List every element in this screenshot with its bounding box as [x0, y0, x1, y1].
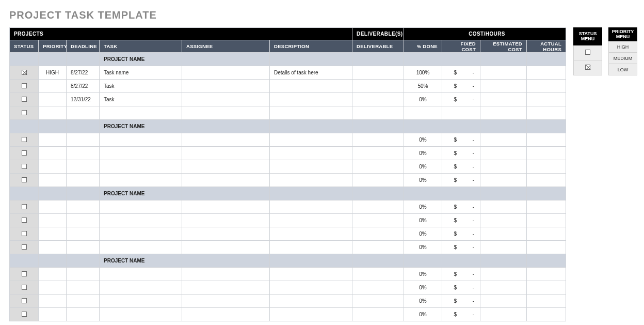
status-cell[interactable]	[10, 93, 39, 106]
status-checkbox[interactable]	[22, 177, 27, 182]
fixedcost-cell[interactable]: $-	[442, 160, 480, 174]
priority-menu-item[interactable]: HIGH	[609, 41, 637, 53]
status-checkbox[interactable]	[22, 218, 27, 223]
deadline-cell[interactable]	[67, 268, 100, 281]
task-cell[interactable]	[100, 281, 182, 295]
pctdone-cell[interactable]: 0%	[404, 214, 442, 227]
description-cell[interactable]	[270, 160, 352, 174]
project-name-cell[interactable]: PROJECT NAME	[100, 120, 182, 133]
actualhours-cell[interactable]	[527, 80, 566, 93]
assignee-cell[interactable]	[182, 241, 270, 254]
assignee-cell[interactable]	[182, 295, 270, 308]
priority-cell[interactable]	[39, 147, 67, 160]
priority-cell[interactable]	[39, 268, 67, 281]
deliverable-cell[interactable]	[352, 214, 404, 227]
pctdone-cell[interactable]: 0%	[404, 308, 442, 321]
actualhours-cell[interactable]	[527, 308, 566, 321]
status-cell[interactable]	[10, 268, 39, 281]
priority-cell[interactable]: HIGH	[39, 66, 67, 80]
estcost-cell[interactable]	[480, 214, 527, 227]
description-cell[interactable]	[270, 200, 352, 214]
priority-menu-item[interactable]: LOW	[609, 64, 637, 75]
actualhours-cell[interactable]	[527, 133, 566, 147]
actualhours-cell[interactable]	[527, 227, 566, 241]
status-cell[interactable]	[10, 147, 39, 160]
assignee-cell[interactable]	[182, 66, 270, 80]
assignee-cell[interactable]	[182, 200, 270, 214]
project-name-cell[interactable]: PROJECT NAME	[100, 254, 182, 268]
deliverable-cell[interactable]	[352, 160, 404, 174]
assignee-cell[interactable]	[182, 80, 270, 93]
task-cell[interactable]	[100, 241, 182, 254]
deliverable-cell[interactable]	[352, 106, 404, 120]
estcost-cell[interactable]	[480, 281, 527, 295]
task-cell[interactable]	[100, 214, 182, 227]
task-cell[interactable]	[100, 268, 182, 281]
assignee-cell[interactable]	[182, 174, 270, 187]
description-cell[interactable]	[270, 281, 352, 295]
estcost-cell[interactable]	[480, 160, 527, 174]
priority-cell[interactable]	[39, 80, 67, 93]
fixedcost-cell[interactable]: $-	[442, 308, 480, 321]
actualhours-cell[interactable]	[527, 147, 566, 160]
fixedcost-cell[interactable]: $-	[442, 241, 480, 254]
pctdone-cell[interactable]: 0%	[404, 295, 442, 308]
actualhours-cell[interactable]	[527, 214, 566, 227]
estcost-cell[interactable]	[480, 268, 527, 281]
assignee-cell[interactable]	[182, 133, 270, 147]
status-checkbox[interactable]	[22, 231, 27, 236]
status-cell[interactable]	[10, 241, 39, 254]
deadline-cell[interactable]: 8/27/22	[67, 66, 100, 80]
task-cell[interactable]	[100, 133, 182, 147]
fixedcost-cell[interactable]: $-	[442, 147, 480, 160]
fixedcost-cell[interactable]: $-	[442, 281, 480, 295]
actualhours-cell[interactable]	[527, 66, 566, 80]
estcost-cell[interactable]	[480, 80, 527, 93]
estcost-cell[interactable]	[480, 66, 527, 80]
project-name-cell[interactable]: PROJECT NAME	[100, 53, 182, 66]
deliverable-cell[interactable]	[352, 174, 404, 187]
actualhours-cell[interactable]	[527, 241, 566, 254]
description-cell[interactable]	[270, 106, 352, 120]
priority-cell[interactable]	[39, 160, 67, 174]
fixedcost-cell[interactable]: $-	[442, 174, 480, 187]
deadline-cell[interactable]	[67, 241, 100, 254]
estcost-cell[interactable]	[480, 227, 527, 241]
status-cell[interactable]	[10, 308, 39, 321]
status-checkbox[interactable]	[22, 298, 27, 303]
status-checkbox[interactable]	[585, 65, 590, 70]
status-cell[interactable]	[10, 227, 39, 241]
status-checkbox[interactable]	[22, 164, 27, 169]
task-cell[interactable]	[100, 106, 182, 120]
deliverable-cell[interactable]	[352, 133, 404, 147]
status-checkbox[interactable]	[22, 271, 27, 276]
status-cell[interactable]	[10, 295, 39, 308]
description-cell[interactable]	[270, 93, 352, 106]
task-cell[interactable]	[100, 200, 182, 214]
pctdone-cell[interactable]: 100%	[404, 66, 442, 80]
priority-menu-item[interactable]: MEDIUM	[609, 53, 637, 64]
fixedcost-cell[interactable]: $-	[442, 214, 480, 227]
status-cell[interactable]	[10, 174, 39, 187]
status-checkbox[interactable]	[22, 137, 27, 142]
deliverable-cell[interactable]	[352, 80, 404, 93]
description-cell[interactable]	[270, 174, 352, 187]
priority-cell[interactable]	[39, 133, 67, 147]
pctdone-cell[interactable]: 0%	[404, 93, 442, 106]
pctdone-cell[interactable]: 0%	[404, 241, 442, 254]
deadline-cell[interactable]	[67, 281, 100, 295]
estcost-cell[interactable]	[480, 174, 527, 187]
deadline-cell[interactable]: 12/31/22	[67, 93, 100, 106]
estcost-cell[interactable]	[480, 133, 527, 147]
deadline-cell[interactable]	[67, 200, 100, 214]
status-checkbox[interactable]	[22, 110, 27, 115]
priority-cell[interactable]	[39, 93, 67, 106]
status-cell[interactable]	[10, 160, 39, 174]
deadline-cell[interactable]: 8/27/22	[67, 80, 100, 93]
status-checkbox[interactable]	[585, 50, 590, 55]
deliverable-cell[interactable]	[352, 66, 404, 80]
task-cell[interactable]	[100, 295, 182, 308]
deliverable-cell[interactable]	[352, 241, 404, 254]
priority-cell[interactable]	[39, 200, 67, 214]
deadline-cell[interactable]	[67, 308, 100, 321]
